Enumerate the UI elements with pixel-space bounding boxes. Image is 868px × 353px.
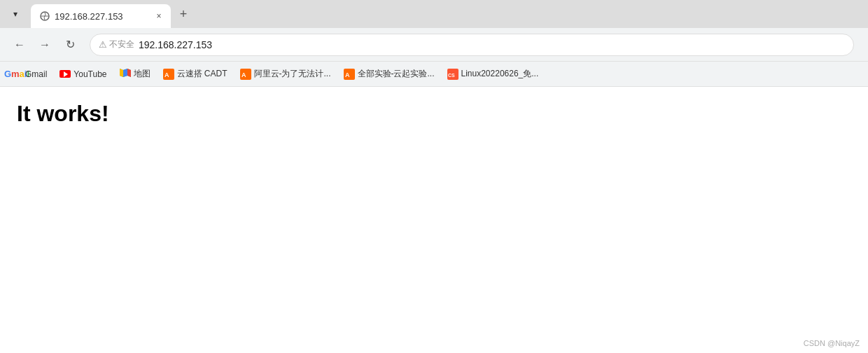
svg-text:CS: CS [448, 73, 455, 78]
bookmark-linux-label: Linux20220626_免... [461, 68, 539, 80]
linux-favicon: CS [447, 69, 458, 80]
bookmarks-bar: Gmail Gmail YouTube 地图 A [0, 62, 868, 87]
active-tab[interactable]: 192.168.227.153 × [31, 4, 171, 28]
tab-bar: ▾ 192.168.227.153 × + [0, 0, 868, 28]
page-heading: It works! [17, 101, 851, 127]
tab-title: 192.168.227.153 [55, 11, 148, 22]
bookmark-yunsuosuo[interactable]: A 云速搭 CADT [158, 65, 233, 83]
svg-text:A: A [164, 71, 169, 78]
bookmark-gmail[interactable]: Gmail Gmail [6, 66, 52, 83]
youtube-play-triangle [64, 71, 68, 77]
address-bar[interactable]: ⚠ 不安全 192.168.227.153 [90, 34, 854, 56]
warning-icon: ⚠ [99, 39, 107, 50]
bookmark-aliyun[interactable]: A 阿里云-为了无法计... [234, 65, 337, 83]
back-button[interactable]: ← [8, 34, 31, 56]
tab-close-button[interactable]: × [153, 10, 165, 22]
svg-marker-2 [123, 69, 127, 77]
forward-icon: → [39, 39, 50, 51]
aliyun-icon: A [240, 69, 251, 80]
youtube-favicon [59, 69, 71, 80]
page-content: It works! [0, 87, 868, 339]
lab-icon: A [344, 69, 355, 80]
new-tab-button[interactable]: + [174, 4, 193, 24]
tab-dropdown-button[interactable]: ▾ [6, 4, 25, 24]
svg-text:A: A [345, 71, 350, 78]
bookmark-yunsuosuo-label: 云速搭 CADT [177, 68, 227, 80]
address-text: 192.168.227.153 [139, 39, 212, 50]
bookmark-maps[interactable]: 地图 [114, 65, 156, 83]
back-icon: ← [14, 39, 25, 51]
nav-bar: ← → ↻ ⚠ 不安全 192.168.227.153 [0, 28, 868, 62]
svg-marker-4 [127, 69, 131, 77]
reload-button[interactable]: ↻ [59, 34, 81, 56]
page-icon [40, 11, 50, 21]
bookmark-linux[interactable]: CS Linux20220626_免... [442, 65, 545, 83]
yunsuosuo-favicon: A [163, 69, 174, 80]
bookmark-lab-label: 全部实验-云起实验... [358, 68, 435, 80]
aliyun-favicon: A [240, 69, 251, 80]
reload-icon: ↻ [66, 38, 75, 51]
bookmark-maps-label: 地图 [134, 68, 150, 80]
bookmark-aliyun-label: 阿里云-为了无法计... [254, 68, 331, 80]
security-label: 不安全 [109, 39, 134, 50]
gmail-favicon: Gmail [11, 69, 22, 80]
security-indicator: ⚠ 不安全 [99, 39, 134, 50]
svg-marker-3 [120, 69, 123, 77]
bookmark-lab[interactable]: A 全部实验-云起实验... [338, 65, 440, 83]
chevron-down-icon: ▾ [13, 9, 18, 19]
svg-text:A: A [241, 71, 246, 78]
youtube-icon [59, 70, 71, 78]
bookmark-gmail-label: Gmail [25, 69, 47, 79]
csdn-icon: CS [447, 69, 458, 80]
maps-icon [120, 69, 131, 80]
forward-button[interactable]: → [34, 34, 56, 56]
maps-favicon [120, 69, 131, 80]
tab-favicon [39, 11, 50, 22]
aliyun-cadt-icon: A [163, 69, 174, 80]
bookmark-youtube-label: YouTube [74, 69, 106, 79]
bookmark-youtube[interactable]: YouTube [54, 66, 112, 83]
lab-favicon: A [344, 69, 355, 80]
tab-bar-left: ▾ [0, 0, 25, 28]
